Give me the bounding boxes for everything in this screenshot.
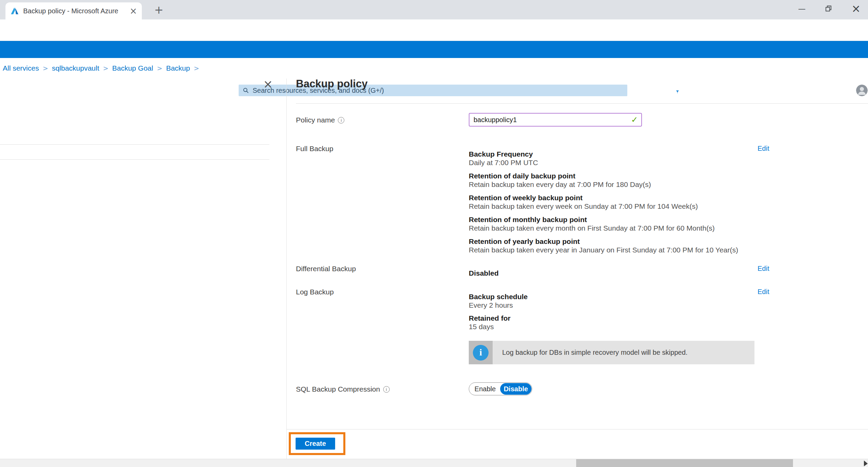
retention-item-title: Retention of daily backup point — [469, 172, 575, 180]
breadcrumb-backup[interactable]: Backup — [166, 64, 190, 72]
blade-divider — [286, 78, 287, 459]
chevron-right-icon: > — [194, 64, 199, 72]
retention-item-title: Backup Frequency — [469, 150, 533, 158]
differential-backup-label: Differential Backup — [296, 265, 356, 273]
log-backup-retained-title: Retained for — [469, 314, 511, 322]
blade-close-icon[interactable]: × — [261, 76, 275, 91]
notifications-bell-icon[interactable] — [687, 85, 698, 96]
subscription-filter-icon[interactable] — [670, 85, 681, 96]
info-icon[interactable]: i — [338, 117, 344, 123]
info-banner: i Log backup for DBs in simple recovery … — [469, 341, 754, 364]
compression-toggle: Enable Disable — [469, 382, 532, 395]
retention-item-desc: Retain backup taken every day at 7:00 PM… — [469, 180, 651, 189]
differential-backup-status: Disabled — [469, 269, 499, 277]
settings-gear-icon[interactable] — [703, 85, 714, 96]
breadcrumb: All services > sqlbackupvault > Backup G… — [0, 58, 868, 78]
azure-header: Microsoft Azure — [0, 41, 868, 58]
help-icon[interactable]: ? — [719, 85, 730, 96]
new-tab-button[interactable]: + — [152, 3, 166, 16]
create-button[interactable]: Create — [296, 438, 335, 450]
info-filled-icon: i — [473, 345, 489, 361]
search-icon — [243, 87, 249, 94]
policy-name-label: Policy name — [296, 116, 335, 124]
chevron-right-icon: > — [43, 64, 48, 72]
compression-label: SQL Backup Compression — [296, 385, 380, 393]
chevron-right-icon: > — [103, 64, 108, 72]
compression-disable-option[interactable]: Disable — [500, 383, 532, 395]
policy-name-input[interactable] — [469, 113, 642, 127]
feedback-smiley-icon[interactable] — [736, 85, 747, 96]
tab-close-icon[interactable]: × — [130, 6, 137, 15]
title-divider — [296, 103, 868, 104]
horizontal-scrollbar-thumb[interactable] — [576, 459, 793, 467]
breadcrumb-all-services[interactable]: All services — [3, 64, 39, 72]
log-backup-schedule-value: Every 2 hours — [469, 301, 513, 309]
retention-item-desc: Retain backup taken every week on Sunday… — [469, 202, 698, 210]
left-panel-divider — [0, 144, 269, 145]
tab-title: Backup policy - Microsoft Azure — [23, 7, 125, 15]
azure-favicon-icon — [10, 6, 19, 15]
full-backup-label: Full Backup — [296, 145, 333, 153]
window-minimize-button[interactable]: — — [795, 0, 809, 17]
log-backup-edit-link[interactable]: Edit — [758, 288, 769, 296]
log-backup-schedule-title: Backup schedule — [469, 293, 528, 301]
retention-item-title: Retention of monthly backup point — [469, 216, 587, 224]
footer-divider — [287, 429, 868, 429]
redacted-account-info — [764, 83, 854, 98]
browser-tab[interactable]: Backup policy - Microsoft Azure × — [5, 2, 142, 19]
full-backup-edit-link[interactable]: Edit — [758, 145, 769, 152]
window-restore-button[interactable] — [822, 0, 835, 17]
breadcrumb-vault[interactable]: sqlbackupvault — [52, 64, 99, 72]
policy-name-field-wrap: ✓ — [469, 113, 642, 127]
browser-tab-strip: Backup policy - Microsoft Azure × + — × — [0, 0, 868, 19]
compression-label-row: SQL Backup Compression i — [296, 385, 390, 393]
log-backup-label: Log Backup — [296, 288, 334, 296]
browser-url-bar: ← → portal.azure.com/#@ /resourcegroups/… — [0, 19, 868, 41]
info-banner-icon-cell: i — [469, 341, 493, 364]
account-avatar[interactable] — [856, 85, 868, 96]
cloud-shell-icon[interactable] — [654, 85, 665, 96]
azure-brand[interactable]: Microsoft Azure — [27, 82, 86, 99]
retention-item-desc: Retain backup taken every year in Januar… — [469, 246, 738, 254]
compression-enable-option[interactable]: Enable — [469, 383, 501, 395]
chevron-right-icon: > — [157, 64, 162, 72]
retention-item-desc: Retain backup taken every month on First… — [469, 224, 715, 232]
info-icon[interactable]: i — [383, 386, 390, 393]
info-banner-message: Log backup for DBs in simple recovery mo… — [493, 341, 754, 364]
cursor-artifact — [864, 459, 868, 467]
valid-check-icon: ✓ — [631, 115, 638, 125]
retention-item-desc: Daily at 7:00 PM UTC — [469, 159, 538, 167]
hamburger-menu-icon[interactable] — [3, 87, 12, 94]
differential-backup-edit-link[interactable]: Edit — [758, 265, 769, 273]
window-close-button[interactable]: × — [849, 0, 863, 17]
retention-item-title: Retention of yearly backup point — [469, 237, 580, 246]
left-panel-divider — [0, 159, 269, 160]
retention-item-title: Retention of weekly backup point — [469, 194, 583, 202]
policy-name-label-row: Policy name i — [296, 116, 344, 124]
page-title: Backup policy — [296, 78, 368, 90]
log-backup-retained-value: 15 days — [469, 323, 494, 331]
breadcrumb-backup-goal[interactable]: Backup Goal — [112, 64, 153, 72]
